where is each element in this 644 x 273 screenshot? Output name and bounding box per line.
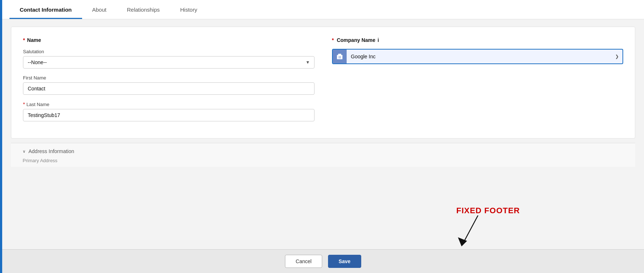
salutation-select[interactable]: --None-- Mr. Ms. Mrs. Dr. Prof. [23,56,315,69]
address-section-header[interactable]: ∨ Address Information [23,148,624,154]
address-chevron-down-icon: ∨ [23,149,26,154]
content-area: * Name Salutation --None-- Mr. [2,19,644,249]
name-required-star: * [23,37,25,43]
last-name-input[interactable] [23,109,315,121]
company-info-icon: i [378,37,379,43]
name-section: * Name Salutation --None-- Mr. [23,37,315,128]
fixed-footer: Cancel Save FIXED FOOTER [2,249,644,273]
name-section-title: * Name [23,37,315,43]
tab-relationships[interactable]: Relationships [117,0,170,19]
company-building-icon [333,50,347,63]
save-button[interactable]: Save [328,255,361,268]
first-name-label: First Name [23,75,315,81]
svg-rect-3 [340,56,340,57]
company-name-input[interactable] [347,51,612,62]
form-grid: * Name Salutation --None-- Mr. [23,37,623,128]
company-chevron-icon[interactable]: ❯ [612,54,622,59]
primary-address-label: Primary Address [23,158,624,163]
last-name-required-star: * [23,101,25,107]
tab-about[interactable]: About [82,0,117,19]
last-name-field-group: * Last Name [23,101,315,121]
address-section: ∨ Address Information Primary Address [11,143,635,167]
svg-rect-5 [340,58,340,59]
tab-history[interactable]: History [170,0,208,19]
svg-rect-1 [338,54,341,56]
svg-rect-4 [339,58,339,59]
company-section-title: * Company Name i [332,37,624,43]
first-name-input[interactable] [23,82,315,95]
address-section-label: Address Information [28,148,74,154]
company-required-star: * [332,37,334,43]
svg-rect-2 [339,56,339,57]
company-input-wrapper: ❯ [332,49,624,64]
salutation-field-group: Salutation --None-- Mr. Ms. Mrs. Dr. Pro… [23,49,315,69]
svg-rect-0 [337,55,342,59]
salutation-select-wrapper: --None-- Mr. Ms. Mrs. Dr. Prof. ▼ [23,56,315,69]
tab-contact-information[interactable]: Contact Information [9,0,82,19]
salutation-label: Salutation [23,49,315,54]
company-section: * Company Name i [332,37,624,128]
cancel-button[interactable]: Cancel [285,255,322,268]
tabs-bar: Contact Information About Relationships … [2,0,644,19]
first-name-field-group: First Name [23,75,315,95]
last-name-label: * Last Name [23,101,315,107]
form-card: * Name Salutation --None-- Mr. [11,27,635,139]
